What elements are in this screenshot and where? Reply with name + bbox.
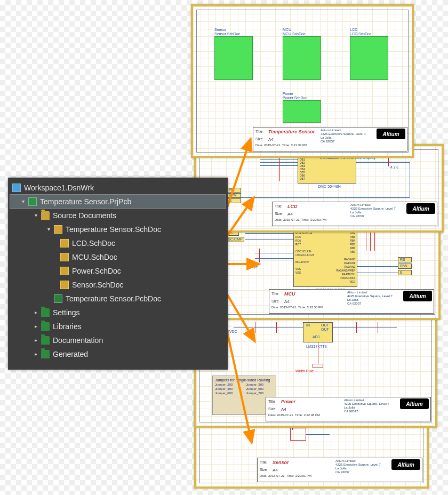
workspace-icon	[12, 183, 21, 192]
tree-folder-settings[interactable]: ▸ Settings	[10, 306, 226, 320]
pcb-icon	[54, 294, 62, 303]
tree-label: Temperature Sensor.PcbDoc	[66, 292, 161, 306]
tree-label: Generated	[53, 347, 88, 361]
altium-logo: Altium	[406, 203, 435, 214]
tree-folder-libraries[interactable]: ▸ Libraries	[10, 320, 226, 333]
expand-icon[interactable]: ▸	[35, 347, 40, 361]
tree-item-topsch[interactable]: ▾ Temperature Sensor.SchDoc	[10, 222, 226, 236]
tree-label: MCU.SchDoc	[72, 250, 117, 264]
titleblock-mcu: Title MCU Size A4 Altium Limited4225 Exe…	[269, 289, 434, 314]
schematic-icon	[60, 253, 69, 261]
altium-logo: Altium	[377, 129, 405, 139]
schematic-icon	[60, 281, 69, 289]
expand-icon[interactable]: ▸	[35, 320, 40, 333]
tree-label: Documentation	[53, 333, 103, 347]
tree-item-lcd[interactable]: LCD.SchDoc	[10, 236, 226, 250]
tree-folder-generated[interactable]: ▸ Generated	[10, 347, 226, 361]
schematic-icon	[60, 267, 69, 275]
expand-icon[interactable]: ▸	[35, 333, 40, 347]
titleblock-top: Title Temperature Sensor Size A4 Altium …	[253, 127, 407, 151]
tree-label: Settings	[53, 306, 80, 320]
tree-item-sensor[interactable]: Sensor.SchDoc	[10, 278, 226, 292]
tree-label: Sensor.SchDoc	[72, 278, 124, 292]
tree-label: LCD.SchDoc	[72, 236, 115, 250]
tree-item-pcb[interactable]: Temperature Sensor.PcbDoc	[10, 292, 226, 306]
tree-label: Source Documents	[53, 209, 116, 222]
folder-icon	[41, 308, 50, 317]
tree-label: Power.SchDoc	[72, 264, 121, 278]
folder-icon	[41, 322, 50, 331]
tree-label: Libraries	[53, 320, 82, 333]
tree-label: Temperature Sensor.SchDoc	[66, 222, 161, 236]
project-icon	[28, 197, 37, 206]
tree-folder-source[interactable]: ▾ Source Documents	[10, 209, 226, 222]
expand-icon[interactable]: ▾	[35, 209, 40, 222]
folder-icon	[41, 336, 50, 345]
sheet-power: IN OUT OUT ADJ LM317KTT3 9VDC Width Rule…	[194, 309, 437, 428]
tree-label: Workspace1.DsnWrk	[24, 181, 94, 195]
sheet-top: Sensor Sensor.SchDoc MCU MCU.SchDoc LCD …	[191, 4, 414, 158]
expand-icon[interactable]: ▸	[35, 306, 40, 320]
projects-panel[interactable]: Workspace1.DsnWrk ▾ Temperature Sensor.P…	[8, 178, 228, 370]
altium-logo: Altium	[400, 398, 429, 409]
expand-icon[interactable]: ▾	[47, 222, 53, 236]
folder-icon	[41, 350, 50, 358]
folder-open-icon	[41, 211, 50, 220]
altium-logo: Altium	[403, 291, 432, 301]
altium-logo: Altium	[391, 459, 420, 470]
tree-item-power[interactable]: Power.SchDoc	[10, 264, 226, 278]
expand-icon[interactable]: ▾	[22, 195, 27, 209]
tree-folder-documentation[interactable]: ▸ Documentation	[10, 333, 226, 347]
schematic-icon	[54, 225, 62, 234]
tree-project[interactable]: ▾ Temperature Sensor.PrjPcb	[10, 195, 226, 209]
tree-workspace[interactable]: Workspace1.DsnWrk	[10, 181, 226, 195]
tree-item-mcu[interactable]: MCU.SchDoc	[10, 250, 226, 264]
titleblock-power: Title Power Size A4 Altium Limited4225 E…	[266, 397, 431, 421]
schematic-icon	[60, 239, 69, 248]
titleblock-sensor: Title Sensor Size A4 Altium Limited4225 …	[257, 458, 422, 482]
tree-label: Temperature Sensor.PrjPcb	[40, 195, 131, 209]
titleblock-lcd: Title LCD Size A4 Altium Limited4225 Exe…	[272, 202, 437, 226]
